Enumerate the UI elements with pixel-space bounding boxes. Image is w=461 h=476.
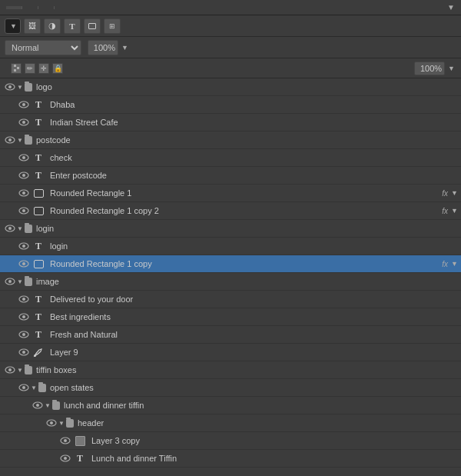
layer-row[interactable]: TFresh and Natural <box>0 326 461 344</box>
tab-paths[interactable] <box>38 6 55 9</box>
layer-name: open states <box>46 383 458 392</box>
panel-header: ▼ <box>0 0 461 15</box>
layer-name: Lunch and dinner Tiffin <box>88 454 458 463</box>
svg-point-9 <box>22 103 25 106</box>
visibility-toggle[interactable] <box>31 398 45 412</box>
layer-name: Rounded Rectangle 1 copy <box>46 259 442 268</box>
visibility-toggle[interactable] <box>17 328 31 341</box>
opacity-control: ▼ <box>85 40 128 55</box>
fill-dropdown[interactable]: ▼ <box>448 65 455 72</box>
svg-point-40 <box>8 368 12 371</box>
image-filter-btn[interactable]: 🖼 <box>24 18 41 34</box>
text-layer-icon: T <box>31 99 46 111</box>
layer-row[interactable]: TBest ingredients <box>0 308 461 326</box>
visibility-toggle[interactable] <box>58 451 72 465</box>
svg-point-23 <box>8 227 12 230</box>
layer-name: logo <box>32 82 458 92</box>
svg-rect-2 <box>14 69 16 72</box>
layer-row[interactable]: ▼login <box>0 220 461 238</box>
lock-position-btn[interactable]: ✛ <box>38 63 49 74</box>
blend-mode-select[interactable]: Normal <box>5 40 81 55</box>
folder-expand-arrow[interactable]: ▼ <box>17 225 32 233</box>
lock-all-btn[interactable]: 🔒 <box>52 63 63 74</box>
opacity-dropdown[interactable]: ▼ <box>121 44 128 52</box>
layer-row[interactable]: TDhaba <box>0 96 461 114</box>
layer-row[interactable]: Layer 9 <box>0 344 461 361</box>
visibility-toggle[interactable] <box>3 221 17 235</box>
layer-row[interactable]: TIndian Street Cafe <box>0 114 461 131</box>
visibility-toggle[interactable] <box>17 239 31 253</box>
layer-row[interactable]: Rounded Rectangle 1 copyfx▼ <box>0 255 461 273</box>
visibility-toggle[interactable] <box>3 80 17 94</box>
layer-row[interactable]: Tlogin <box>0 238 461 255</box>
text-filter-btn[interactable]: T <box>64 18 81 34</box>
fx-expand-arrow[interactable]: ▼ <box>451 207 458 215</box>
visibility-toggle[interactable] <box>17 310 31 324</box>
fill-input[interactable] <box>414 62 445 75</box>
visibility-toggle[interactable] <box>17 381 31 394</box>
folder-expand-arrow[interactable]: ▼ <box>17 136 32 145</box>
svg-point-35 <box>22 333 25 336</box>
layer-row[interactable]: TDelivered to your door <box>0 291 461 308</box>
layer-name: Dhaba <box>46 100 458 109</box>
layer-row[interactable]: TEnter postcode <box>0 167 461 185</box>
shape-filter-btn[interactable] <box>84 18 101 34</box>
layer-row[interactable]: Tcheck <box>0 149 461 167</box>
svg-point-33 <box>22 315 25 318</box>
lock-pixels-btn[interactable]: ✏ <box>25 63 35 74</box>
visibility-toggle[interactable] <box>3 363 17 377</box>
folder-expand-arrow[interactable]: ▼ <box>17 366 32 374</box>
layer-name: Indian Street Cafe <box>46 118 458 127</box>
visibility-toggle[interactable] <box>3 133 17 147</box>
svg-point-27 <box>22 262 25 265</box>
fx-badge: fx <box>442 260 448 268</box>
visibility-toggle[interactable] <box>17 115 31 129</box>
visibility-toggle[interactable] <box>3 275 17 288</box>
svg-point-31 <box>22 298 25 301</box>
layer-name: image <box>32 277 458 286</box>
layer-row[interactable]: ▼logo <box>0 78 461 96</box>
svg-point-50 <box>64 457 67 460</box>
smart-filter-btn[interactable]: ⊞ <box>104 18 121 34</box>
layer-row[interactable]: ▼header <box>0 414 461 432</box>
layer-row[interactable]: ▼image <box>0 273 461 291</box>
visibility-toggle[interactable] <box>17 257 31 271</box>
text-layer-icon: T <box>31 294 46 305</box>
folder-expand-arrow[interactable]: ▼ <box>17 278 32 286</box>
svg-point-19 <box>22 191 25 195</box>
lock-transparent-btn[interactable] <box>11 63 22 74</box>
panel-options[interactable]: ▼ <box>447 3 455 12</box>
layer-row[interactable]: Rounded Rectangle 1fx▼ <box>0 185 461 202</box>
folder-expand-arrow[interactable]: ▼ <box>17 83 32 92</box>
layer-name: Rounded Rectangle 1 copy 2 <box>46 206 442 215</box>
visibility-toggle[interactable] <box>17 204 31 218</box>
tab-channels[interactable] <box>22 6 38 9</box>
layer-row[interactable]: Layer 3 copy <box>0 432 461 450</box>
fx-expand-arrow[interactable]: ▼ <box>451 189 458 197</box>
svg-rect-0 <box>14 65 16 67</box>
layer-row[interactable]: TLunch and dinner Tiffin <box>0 450 461 468</box>
tab-layers[interactable] <box>6 6 22 9</box>
visibility-toggle[interactable] <box>17 345 31 359</box>
visibility-toggle[interactable] <box>17 168 31 182</box>
visibility-toggle[interactable] <box>58 434 72 448</box>
layer-name: lunch and dinner tiffin <box>60 401 458 410</box>
visibility-toggle[interactable] <box>17 186 31 200</box>
layer-row[interactable]: ▼postcode <box>0 131 461 149</box>
visibility-toggle[interactable] <box>17 98 31 112</box>
layer-row[interactable]: ▼lunch and dinner tiffin <box>0 397 461 414</box>
layer-name: postcode <box>32 135 458 145</box>
folder-expand-arrow[interactable]: ▼ <box>45 401 60 410</box>
layer-row[interactable]: ▼tiffin boxes <box>0 361 461 379</box>
fx-expand-arrow[interactable]: ▼ <box>451 260 458 268</box>
layer-row[interactable]: Rounded Rectangle 1 copy 2fx▼ <box>0 202 461 220</box>
layer-row[interactable]: ▼open states <box>0 379 461 397</box>
adjust-filter-btn[interactable]: ◑ <box>44 18 61 34</box>
search-box[interactable]: ▼ <box>5 18 21 34</box>
visibility-toggle[interactable] <box>17 151 31 165</box>
visibility-toggle[interactable] <box>17 292 31 306</box>
folder-expand-arrow[interactable]: ▼ <box>58 419 74 428</box>
visibility-toggle[interactable] <box>45 416 58 430</box>
folder-expand-arrow[interactable]: ▼ <box>31 384 46 392</box>
opacity-input[interactable] <box>88 40 118 55</box>
